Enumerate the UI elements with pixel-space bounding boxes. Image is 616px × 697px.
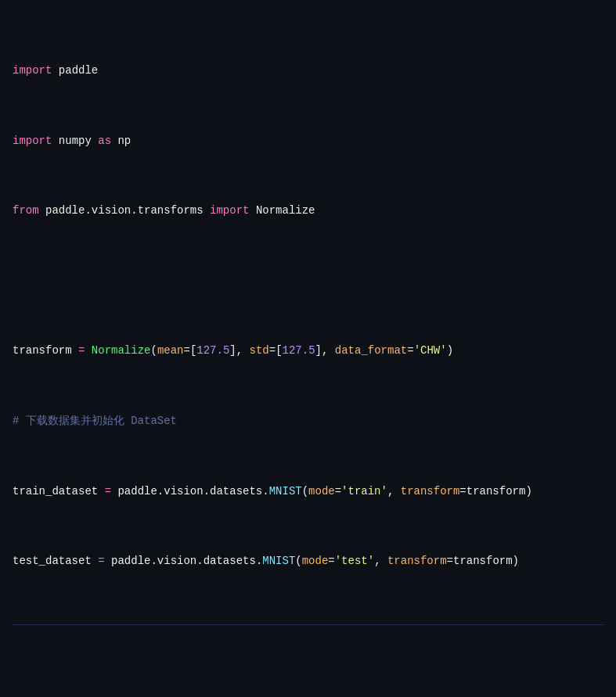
code-line-5: transform = Normalize(mean=[127.5], std=… <box>13 342 603 359</box>
code-line-blank-2 <box>13 679 603 696</box>
code-line-1: import paddle <box>13 62 603 79</box>
code-line-3: from paddle.vision.transforms import Nor… <box>13 202 603 219</box>
code-line-blank-1 <box>13 272 603 289</box>
code-line-2: import numpy as np <box>13 132 603 149</box>
code-line-8: test_dataset = paddle.vision.datasets.MN… <box>13 552 603 569</box>
separator-1 <box>13 624 603 625</box>
code-editor: import paddle import numpy as np from pa… <box>0 0 616 697</box>
code-line-comment-1: # 下载数据集并初始化 DataSet <box>13 412 603 429</box>
code-line-7: train_dataset = paddle.vision.datasets.M… <box>13 483 603 500</box>
